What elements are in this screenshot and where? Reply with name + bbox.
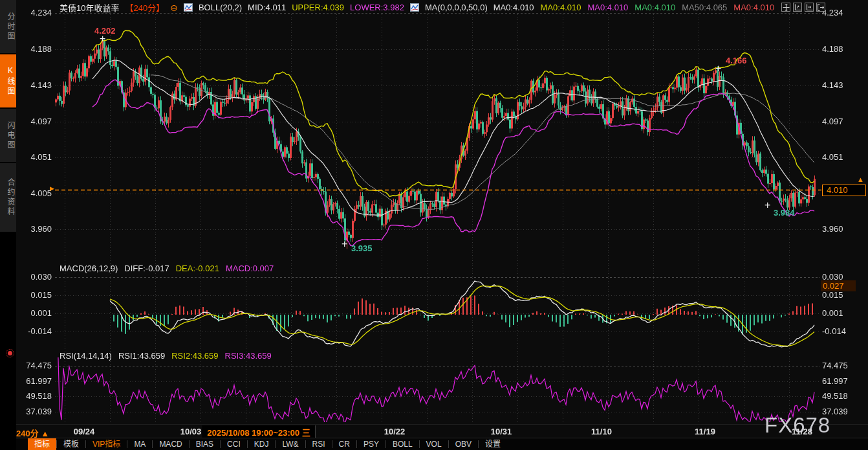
time-tick: 10/22: [384, 427, 406, 436]
crosshair-marker: +: [765, 202, 770, 208]
low-annotation: 3.984: [774, 208, 795, 218]
price-line-marker-icon: ▶: [50, 185, 54, 192]
alert-dot-icon[interactable]: [8, 351, 12, 355]
indicator-icon[interactable]: [410, 3, 419, 12]
time-tick: 11/19: [695, 427, 715, 436]
rsi1-value: RSI1:43.659: [118, 351, 165, 361]
crosshair-marker: +: [715, 65, 721, 72]
price-label-left: 4.051: [18, 152, 52, 162]
price-label-right: 4.188: [822, 44, 843, 54]
ma-value-4: MA0:4.010: [635, 3, 675, 12]
time-tick: 10/03: [180, 427, 202, 436]
crosshair-marker: +: [100, 36, 105, 42]
toolbar-item-CR[interactable]: CR: [332, 438, 356, 450]
macd-label-left: 0.030: [18, 272, 52, 282]
rsi-label-left: 74.475: [18, 361, 52, 370]
macd-label-right: 0.001: [822, 308, 843, 318]
instrument-title: 美债10年收益率: [60, 1, 119, 14]
price-label-left: 3.960: [18, 224, 52, 234]
macd-label-left: 0.001: [18, 308, 52, 318]
high-annotation: 4.166: [726, 56, 747, 65]
sidebar-chart-modes: 分时图K线图闪电图合约资料: [0, 0, 16, 450]
price-label-left: 4.097: [18, 117, 52, 126]
macd-diff-value: DIFF:-0.017: [124, 264, 169, 273]
toolbar-item-VOL[interactable]: VOL: [420, 438, 448, 450]
watermark: FX678: [765, 413, 830, 438]
exit-chart-icon[interactable]: [816, 3, 825, 12]
toolbar-item-BOLL[interactable]: BOLL: [386, 438, 419, 450]
scale-right-axis-icon[interactable]: [805, 3, 814, 12]
boll-lower-value: LOWER:3.982: [350, 3, 404, 12]
price-up-arrow-icon: ▲: [857, 175, 864, 183]
window-controls: [781, 3, 825, 12]
time-axis: 240分 ▲ 09/2410/0310/2210/3111/1011/1911/…: [16, 424, 868, 438]
move-chart-icon[interactable]: [781, 3, 790, 12]
macd-params: MACD(26,12,9): [60, 264, 118, 273]
macd-label-left: -0.014: [18, 326, 52, 336]
toolbar-item-MA[interactable]: MA: [127, 438, 152, 450]
toolbar-item-BIAS[interactable]: BIAS: [190, 438, 220, 450]
scale-left-axis-icon[interactable]: [793, 3, 802, 12]
last-price-tag[interactable]: 4.010: [822, 185, 866, 196]
toolbar-item-RSI[interactable]: RSI: [306, 438, 332, 450]
boll-upper-value: UPPER:4.039: [292, 3, 344, 12]
toolbar-item-设置[interactable]: 设置: [479, 438, 507, 450]
chart-header: 美债10年收益率 【240分】 ⊖ BOLL(20,2) MID:4.011 U…: [60, 2, 774, 13]
ma-value-1: MA0:4.010: [494, 3, 534, 12]
compare-icon[interactable]: ⊖: [170, 3, 178, 13]
price-label-left: 4.143: [18, 80, 52, 90]
low-annotation: 3.935: [351, 243, 373, 253]
price-label-right: 4.051: [822, 152, 843, 162]
rsi-params: RSI(14,14,14): [60, 351, 112, 361]
macd-label-right: 0.015: [822, 290, 843, 300]
price-label-left: 4.234: [18, 8, 52, 17]
macd-label-right: -0.014: [822, 326, 846, 336]
rsi-label-right: 74.475: [822, 361, 848, 370]
indicator-icon[interactable]: [184, 3, 193, 12]
time-tick: 09/24: [74, 427, 95, 436]
rsi-label-right: 49.518: [822, 391, 848, 401]
ma-value-6: MA0:4.010: [733, 3, 774, 12]
rsi-label-left: 49.518: [18, 391, 52, 401]
sidebar-item-4[interactable]: 合约资料: [0, 163, 16, 232]
toolbar-item-MACD[interactable]: MACD: [153, 438, 188, 450]
price-label-right: 4.143: [822, 80, 843, 90]
toolbar-item-VIP指标[interactable]: VIP指标: [86, 438, 127, 450]
ma-value-3: MA0:4.010: [587, 3, 628, 12]
trading-app-window: 分时图K线图闪电图合约资料 美债10年收益率 【240分】 ⊖ BOLL(20,…: [0, 0, 868, 450]
price-label-right: 3.960: [822, 224, 843, 234]
ma-label: MA(0,0,0,0,50,0): [425, 3, 488, 12]
rsi-header: RSI(14,14,14) RSI1:43.659 RSI2:43.659 RS…: [60, 351, 272, 361]
price-label-left: 4.005: [18, 188, 52, 198]
ma-value-2: MA0:4.010: [541, 3, 581, 12]
toolbar-item-指标[interactable]: 指标: [28, 438, 56, 450]
rsi3-value: RSI3:43.659: [225, 351, 272, 361]
price-label-left: 4.188: [18, 44, 52, 54]
macd-dea-value: DEA:-0.021: [176, 264, 219, 273]
toolbar-item-KDJ[interactable]: KDJ: [248, 438, 276, 450]
period-tag[interactable]: 【240分】: [125, 1, 164, 14]
sidebar-item-1[interactable]: 分时图: [0, 0, 16, 53]
boll-mid-value: MID:4.011: [248, 3, 286, 12]
rsi-label-right: 61.997: [822, 376, 848, 386]
toolbar-item-模板[interactable]: 模板: [57, 438, 85, 450]
rsi2-value: RSI2:43.659: [171, 351, 218, 361]
toolbar-item-LW&[interactable]: LW&: [276, 438, 305, 450]
ma-values: MA0:4.010MA0:4.010MA0:4.010MA0:4.010MA50…: [494, 3, 774, 12]
boll-label: BOLL(20,2): [199, 3, 242, 12]
macd-macd-value: MACD:0.007: [226, 264, 274, 273]
macd-label-left: 0.015: [18, 290, 52, 300]
sidebar-item-3[interactable]: 闪电图: [0, 109, 16, 162]
toolbar-item-CCI[interactable]: CCI: [221, 438, 247, 450]
macd-scale-highlight: 0.027: [821, 280, 856, 291]
indicator-toolbar: 指标模板VIP指标MAMACDBIASCCIKDJLW&RSICRPSYBOLL…: [16, 438, 868, 450]
toolbar-item-PSY[interactable]: PSY: [357, 438, 385, 450]
rsi-label-left: 61.997: [18, 376, 52, 386]
price-chart-canvas[interactable]: [0, 0, 868, 450]
ma-value-5: MA50:4.065: [682, 3, 727, 12]
macd-header: MACD(26,12,9) DIFF:-0.017 DEA:-0.021 MAC…: [60, 264, 274, 273]
price-label-right: 4.097: [822, 117, 843, 126]
sidebar-item-2[interactable]: K线图: [0, 54, 16, 107]
rsi-label-left: 37.039: [18, 407, 52, 416]
toolbar-item-OBV[interactable]: OBV: [449, 438, 478, 450]
